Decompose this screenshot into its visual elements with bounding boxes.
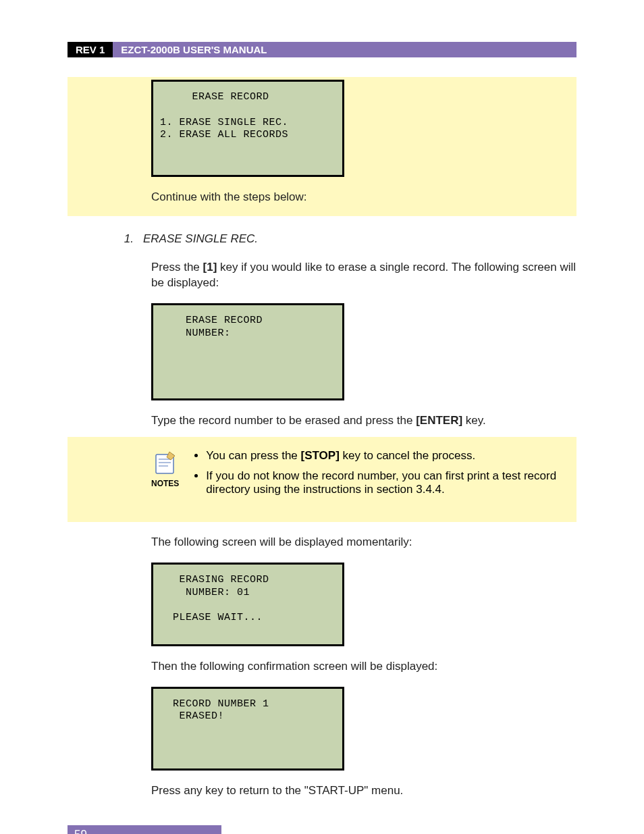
notes-list: You can press the [STOP] key to cancel t… (191, 449, 576, 503)
lcd-line: RECORD NUMBER 1 (160, 698, 269, 710)
lcd-line: ERASING RECORD (160, 574, 269, 585)
revision-badge: REV 1 (68, 42, 113, 57)
text-fragment: key. (462, 414, 486, 427)
key-1: [1] (203, 261, 217, 273)
note-item: If you do not know the record number, yo… (206, 469, 576, 496)
lcd-line: NUMBER: 01 (160, 587, 250, 598)
confirm-text: Then the following confirmation screen w… (151, 658, 576, 675)
notes-label: NOTES (151, 479, 179, 488)
lcd-erase-record-menu: ERASE RECORD 1. ERASE SINGLE REC. 2. ERA… (151, 80, 344, 177)
lcd-line: ERASE RECORD (160, 315, 263, 326)
manual-page: REV 1 EZCT-2000B USER'S MANUAL ERASE REC… (0, 0, 644, 834)
notes-icon (152, 449, 179, 476)
lcd-line: 1. ERASE SINGLE REC. (160, 117, 288, 128)
notes-block: NOTES You can press the [STOP] key to ca… (68, 437, 576, 522)
key-stop: [STOP] (301, 449, 340, 462)
lcd-line: ERASED! (160, 710, 224, 722)
lcd-erase-record-number: ERASE RECORD NUMBER: (151, 303, 344, 400)
moment-text: The following screen will be displayed m… (151, 534, 576, 550)
page-footer: 59 (68, 825, 576, 834)
step-number: 1. (120, 231, 134, 247)
manual-title: EZCT-2000B USER'S MANUAL (113, 42, 576, 57)
intro-highlight-block: ERASE RECORD 1. ERASE SINGLE REC. 2. ERA… (68, 77, 576, 216)
lcd-line: NUMBER: (160, 328, 231, 339)
text-fragment: key to cancel the process. (340, 449, 475, 462)
step-1-paragraph: Press the [1] key if you would like to e… (151, 259, 576, 292)
lcd-line: 2. ERASE ALL RECORDS (160, 129, 288, 140)
lcd-record-erased: RECORD NUMBER 1 ERASED! (151, 687, 344, 771)
text-fragment: Press the (151, 261, 203, 273)
key-enter: [ENTER] (416, 414, 462, 427)
page-number: 59 (68, 825, 221, 834)
type-record-text: Type the record number to be erased and … (151, 413, 576, 429)
text-fragment: You can press the (206, 449, 300, 462)
notes-icon-column: NOTES (151, 449, 179, 488)
step-title: ERASE SINGLE REC. (143, 231, 258, 247)
note-item: You can press the [STOP] key to cancel t… (206, 449, 576, 463)
lcd-line: PLEASE WAIT... (160, 612, 263, 623)
text-fragment: Type the record number to be erased and … (151, 414, 416, 427)
lcd-erasing-record: ERASING RECORD NUMBER: 01 PLEASE WAIT... (151, 563, 344, 646)
page-header: REV 1 EZCT-2000B USER'S MANUAL (68, 41, 576, 58)
lcd-line: ERASE RECORD (160, 91, 269, 103)
continue-text: Continue with the steps below: (151, 189, 576, 205)
step-1-heading: 1. ERASE SINGLE REC. (120, 231, 576, 247)
press-any-key-text: Press any key to return to the "START-UP… (151, 783, 576, 799)
